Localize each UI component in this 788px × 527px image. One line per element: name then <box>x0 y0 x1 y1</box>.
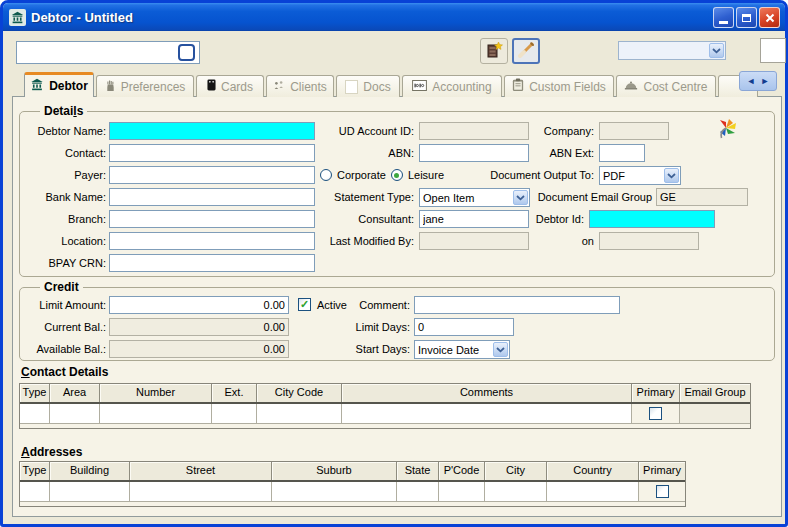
credit-group: Credit Limit Amount: ✓ Active Comment: C… <box>19 287 775 361</box>
comments-cell[interactable] <box>342 404 632 423</box>
new-record-button[interactable] <box>480 38 508 64</box>
bank-icon <box>9 9 26 26</box>
last-modified-by-field <box>419 232 529 250</box>
tab-cost-centre[interactable]: Cost Centre <box>616 75 716 97</box>
quick-search-input[interactable] <box>16 41 200 64</box>
blank-page-icon <box>345 80 358 94</box>
details-group: Details Debtor Name: Contact: Payer: Ban… <box>19 111 775 277</box>
abn-ext-field[interactable] <box>599 144 645 162</box>
col-header: Email Group <box>680 384 750 402</box>
col-header: Comments <box>342 384 632 402</box>
close-button[interactable] <box>759 7 780 28</box>
branch-field[interactable] <box>109 210 315 228</box>
location-field[interactable] <box>109 232 315 250</box>
city-cell[interactable] <box>485 482 547 501</box>
bank-name-field[interactable] <box>109 188 315 206</box>
clipboard-icon <box>512 78 524 95</box>
tab-preferences[interactable]: Preferences <box>96 75 194 97</box>
cabinet-star-icon <box>485 41 503 61</box>
chevron-down-icon[interactable] <box>493 342 508 357</box>
area-cell[interactable] <box>50 404 100 423</box>
window-title: Debtor - Untitled <box>31 10 133 25</box>
active-checkbox[interactable]: ✓ <box>298 298 311 311</box>
tab-label: Docs <box>363 80 390 94</box>
contact-details-grid: Type Area Number Ext. City Code Comments… <box>19 383 751 429</box>
bpay-crn-field[interactable] <box>109 254 315 272</box>
search-lookup-button[interactable] <box>178 44 195 61</box>
limit-amount-field[interactable] <box>109 296 289 314</box>
scroll-right-icon[interactable]: ► <box>761 77 770 86</box>
tab-clients[interactable]: Clients <box>266 75 334 97</box>
ext-cell[interactable] <box>212 404 257 423</box>
city-code-cell[interactable] <box>257 404 342 423</box>
leisure-radio[interactable] <box>391 169 403 181</box>
tab-label: Accounting <box>432 80 491 94</box>
card-icon <box>207 79 216 94</box>
col-header: Primary <box>632 384 680 402</box>
suburb-cell[interactable] <box>272 482 397 501</box>
addresses-grid: Type Building Street Suburb State P'Code… <box>19 461 686 507</box>
tab-debtor[interactable]: Debtor <box>24 72 94 97</box>
number-cell[interactable] <box>100 404 212 423</box>
tab-accounting[interactable]: Accounting <box>402 75 502 97</box>
col-header: City Code <box>257 384 342 402</box>
edit-button[interactable] <box>512 38 540 64</box>
details-group-title: Details <box>40 104 87 118</box>
building-cell[interactable] <box>50 482 130 501</box>
chevron-down-icon[interactable] <box>709 43 724 58</box>
document-output-to-combobox[interactable]: PDF <box>599 166 681 185</box>
statement-type-value: Open Item <box>420 192 512 204</box>
debtor-window: Debtor - Untitled <box>0 0 788 527</box>
comment-field[interactable] <box>414 296 620 314</box>
tab-custom-fields[interactable]: Custom Fields <box>504 75 614 97</box>
scroll-left-icon[interactable]: ◄ <box>747 77 756 86</box>
binary-box-icon <box>412 80 427 94</box>
branch-label: Branch: <box>22 210 106 228</box>
country-cell[interactable] <box>547 482 639 501</box>
comment-label: Comment: <box>320 296 410 314</box>
type-cell[interactable] <box>20 482 50 501</box>
col-header: Ext. <box>212 384 257 402</box>
payer-field[interactable] <box>109 166 315 184</box>
chevron-down-icon[interactable] <box>664 168 679 183</box>
primary-checkbox[interactable] <box>649 407 662 420</box>
minimize-button[interactable] <box>713 7 734 28</box>
street-cell[interactable] <box>130 482 272 501</box>
limit-days-field[interactable] <box>414 318 514 336</box>
pcode-cell[interactable] <box>439 482 485 501</box>
debtor-id-field[interactable] <box>589 210 715 228</box>
type-cell[interactable] <box>20 404 50 423</box>
maximize-button[interactable] <box>736 7 757 28</box>
pinwheel-icon[interactable] <box>714 118 738 142</box>
chevron-down-icon[interactable] <box>513 190 528 205</box>
ud-account-id-label: UD Account ID: <box>302 122 414 140</box>
debtor-name-field[interactable] <box>109 122 315 140</box>
document-output-to-label: Document Output To: <box>460 166 594 184</box>
abn-ext-label: ABN Ext: <box>520 144 594 162</box>
location-label: Location: <box>22 232 106 250</box>
start-days-value: Invoice Date <box>415 344 492 356</box>
company-label: Company: <box>520 122 594 140</box>
tab-docs[interactable]: Docs <box>336 75 400 97</box>
primary-checkbox[interactable] <box>656 485 669 498</box>
company-field <box>599 122 669 140</box>
col-header: State <box>397 462 439 480</box>
document-email-group-field <box>656 188 748 206</box>
contact-details-heading: Contact Details <box>21 365 108 379</box>
title-bar[interactable]: Debtor - Untitled <box>3 3 785 31</box>
tab-label: Cost Centre <box>643 80 707 94</box>
start-days-combobox[interactable]: Invoice Date <box>414 340 510 359</box>
corporate-radio[interactable] <box>320 169 332 181</box>
tab-scroll-buttons[interactable]: ◄ ► <box>739 71 777 91</box>
toolbar-blank-box[interactable] <box>760 38 786 63</box>
current-bal-field <box>109 318 289 336</box>
limit-amount-label: Limit Amount: <box>22 296 106 314</box>
email-group-cell <box>680 404 750 423</box>
state-cell[interactable] <box>397 482 439 501</box>
contact-field[interactable] <box>109 144 315 162</box>
statement-type-combobox[interactable]: Open Item <box>419 188 530 207</box>
abn-field[interactable] <box>419 144 529 162</box>
tab-cards[interactable]: Cards <box>196 75 264 97</box>
toolbar-combobox[interactable] <box>618 41 726 60</box>
on-date-field <box>599 232 699 250</box>
